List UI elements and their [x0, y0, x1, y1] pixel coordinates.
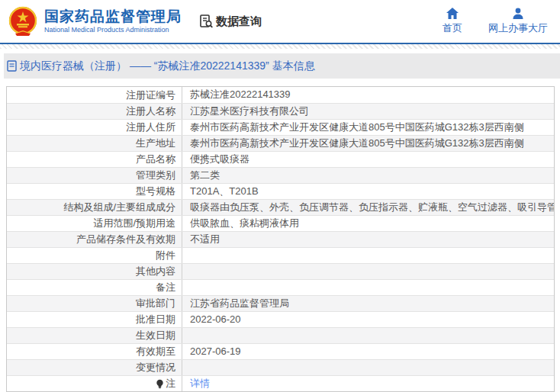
row-value: 苏械注准20222141339 [182, 87, 554, 103]
table-row: 备注 [7, 279, 554, 295]
row-label: 产品名称 [7, 152, 182, 167]
table-row: 注详情 [7, 375, 554, 391]
person-icon [512, 8, 524, 19]
table-row: 注册人住所泰州市医药高新技术产业开发区健康大道805号中国医药城G132栋3层西… [7, 119, 554, 135]
table-row: 生效日期 [7, 327, 554, 343]
detail-link[interactable]: 详情 [190, 378, 210, 389]
national-emblem-logo [8, 6, 38, 37]
row-label: 变更情况 [7, 360, 182, 375]
row-label: 附件 [7, 248, 182, 263]
table-row: 型号规格T201A、T201B [7, 183, 554, 199]
info-table: 注册证编号苏械注准20222141339注册人名称江苏星米医疗科技有限公司注册人… [6, 86, 555, 392]
row-value: 泰州市医药高新技术产业开发区健康大道805号中国医药城G132栋3层西南侧 [182, 136, 554, 151]
agency-title-block: 国家药品监督管理局 National Medical Products Admi… [44, 8, 182, 34]
row-value [182, 264, 554, 279]
table-row: 其他内容 [7, 263, 554, 279]
top-nav: 首页 网上办事大厅 [443, 8, 551, 35]
row-value: T201A、T201B [182, 184, 554, 199]
nav-service-hall-label: 网上办事大厅 [488, 21, 548, 35]
row-value: 2027-06-19 [182, 344, 554, 359]
row-value: 2022-06-20 [182, 312, 554, 327]
row-label: 有效期至 [7, 344, 182, 359]
row-label: 备注 [7, 280, 182, 295]
nav-home[interactable]: 首页 [443, 8, 462, 35]
data-query-label: 数据查询 [216, 14, 262, 29]
table-row: 管理类别第二类 [7, 167, 554, 183]
row-label: 注 [7, 376, 182, 391]
row-label: 注册人名称 [7, 104, 182, 119]
row-label: 注册证编号 [7, 87, 182, 103]
row-label: 其他内容 [7, 264, 182, 279]
agency-name-zh: 国家药品监督管理局 [44, 8, 182, 25]
row-value: 便携式吸痰器 [182, 152, 554, 167]
row-label: 型号规格 [7, 184, 182, 199]
nav-home-label: 首页 [443, 21, 462, 35]
nav-service-hall[interactable]: 网上办事大厅 [488, 8, 548, 35]
row-label: 结构及组成/主要组成成分 [7, 200, 182, 215]
data-query-button[interactable]: 数据查询 [198, 14, 262, 29]
row-value: 供吸脓血、痰粘稠液体用 [182, 216, 554, 231]
row-value [182, 328, 554, 343]
breadcrumb-bar: 境内医疗器械（注册） —— “苏械注准20222141339” 基本信息 [4, 53, 560, 79]
table-row: 有效期至2027-06-19 [7, 343, 554, 359]
table-row: 注册人名称江苏星米医疗科技有限公司 [7, 103, 554, 119]
texture-strip [0, 44, 560, 49]
row-value [182, 248, 554, 263]
table-row: 生产地址泰州市医药高新技术产业开发区健康大道805号中国医药城G132栋3层西南… [7, 135, 554, 151]
row-value: 泰州市医药高新技术产业开发区健康大道805号中国医药城G132栋3层西南侧 [182, 120, 554, 135]
row-value [182, 280, 554, 295]
document-icon [7, 60, 17, 72]
row-value: 第二类 [182, 168, 554, 183]
row-label: 审批部门 [7, 296, 182, 311]
table-row: 结构及组成/主要组成成分吸痰器由负压泵、外壳、负压调节器、负压指示器、贮液瓶、空… [7, 199, 554, 215]
row-label: 产品储存条件及有效期 [7, 232, 182, 247]
page-title: 境内医疗器械（注册） —— “苏械注准20222141339” 基本信息 [20, 59, 315, 73]
row-label: 注册人住所 [7, 120, 182, 135]
row-value: 详情 [182, 376, 554, 391]
table-row: 注册证编号苏械注准20222141339 [7, 87, 554, 103]
bulb-icon [156, 379, 164, 389]
row-value: 江苏省药品监督管理局 [182, 296, 554, 311]
table-row: 批准日期2022-06-20 [7, 311, 554, 327]
row-value [182, 360, 554, 375]
row-label: 批准日期 [7, 312, 182, 327]
row-label: 适用范围/预期用途 [7, 216, 182, 231]
table-row: 审批部门江苏省药品监督管理局 [7, 295, 554, 311]
table-row: 附件 [7, 247, 554, 263]
agency-name-en: National Medical Products Administration [44, 25, 182, 34]
row-label: 管理类别 [7, 168, 182, 183]
row-label: 生产地址 [7, 136, 182, 151]
row-value: 江苏星米医疗科技有限公司 [182, 104, 554, 119]
site-header: 国家药品监督管理局 National Medical Products Admi… [0, 0, 560, 43]
document-search-icon [198, 14, 214, 29]
home-icon [446, 8, 459, 19]
row-value: 不适用 [182, 232, 554, 247]
table-row: 产品名称便携式吸痰器 [7, 151, 554, 167]
row-value: 吸痰器由负压泵、外壳、负压调节器、负压指示器、贮液瓶、空气过滤器、吸引导管组成。 [182, 200, 554, 215]
table-row: 适用范围/预期用途供吸脓血、痰粘稠液体用 [7, 215, 554, 231]
table-row: 产品储存条件及有效期不适用 [7, 231, 554, 247]
row-label: 生效日期 [7, 328, 182, 343]
table-row: 变更情况 [7, 359, 554, 375]
